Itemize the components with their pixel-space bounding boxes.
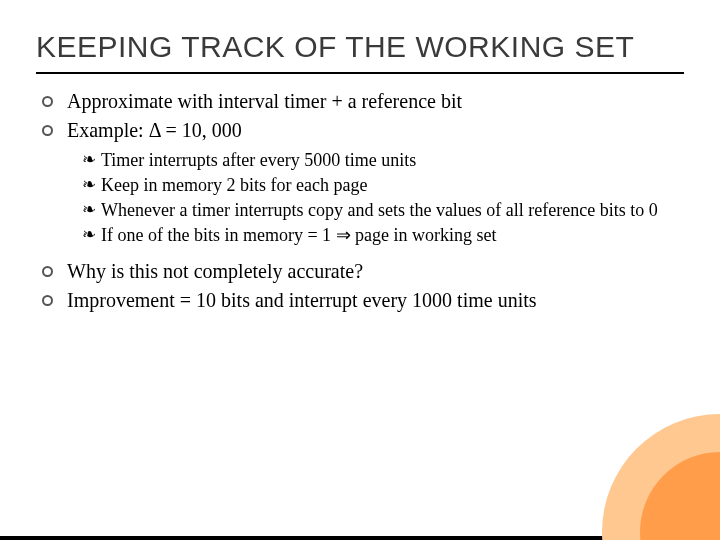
bullet-text: Why is this not completely accurate? xyxy=(67,258,684,285)
bullet-item: Why is this not completely accurate? xyxy=(42,258,684,285)
slide: KEEPING TRACK OF THE WORKING SET Approxi… xyxy=(0,0,720,540)
bullet-item: Example: Δ = 10, 000 xyxy=(42,117,684,144)
circle-bullet-icon xyxy=(42,295,53,306)
circle-bullet-icon xyxy=(42,125,53,136)
slide-title: KEEPING TRACK OF THE WORKING SET xyxy=(36,28,684,74)
script-bullet-icon: ❧ xyxy=(82,173,96,197)
sub-bullet-text: Whenever a timer interrupts copy and set… xyxy=(101,198,684,222)
bullet-text: Approximate with interval timer + a refe… xyxy=(67,88,684,115)
slide-content: Approximate with interval timer + a refe… xyxy=(36,88,684,314)
bullet-text: Improvement = 10 bits and interrupt ever… xyxy=(67,287,684,314)
circle-bullet-icon xyxy=(42,96,53,107)
sub-bullet-item: ❧ If one of the bits in memory = 1 ⇒ pag… xyxy=(82,223,684,247)
sub-bullet-item: ❧ Whenever a timer interrupts copy and s… xyxy=(82,198,684,222)
sub-bullet-text: Timer interrupts after every 5000 time u… xyxy=(101,148,684,172)
script-bullet-icon: ❧ xyxy=(82,223,96,247)
script-bullet-icon: ❧ xyxy=(82,198,96,222)
sub-bullet-item: ❧ Keep in memory 2 bits for each page xyxy=(82,173,684,197)
sub-bullet-item: ❧ Timer interrupts after every 5000 time… xyxy=(82,148,684,172)
quarter-circle-inner-icon xyxy=(640,452,720,540)
quarter-circle-outer-icon xyxy=(602,414,720,540)
sub-bullet-text: If one of the bits in memory = 1 ⇒ page … xyxy=(101,223,684,247)
circle-bullet-icon xyxy=(42,266,53,277)
bullet-item: Approximate with interval timer + a refe… xyxy=(42,88,684,115)
bullet-item: Improvement = 10 bits and interrupt ever… xyxy=(42,287,684,314)
script-bullet-icon: ❧ xyxy=(82,148,96,172)
sub-bullet-text: Keep in memory 2 bits for each page xyxy=(101,173,684,197)
sub-bullet-list: ❧ Timer interrupts after every 5000 time… xyxy=(82,148,684,248)
bullet-text: Example: Δ = 10, 000 xyxy=(67,117,684,144)
corner-decoration xyxy=(602,414,720,532)
